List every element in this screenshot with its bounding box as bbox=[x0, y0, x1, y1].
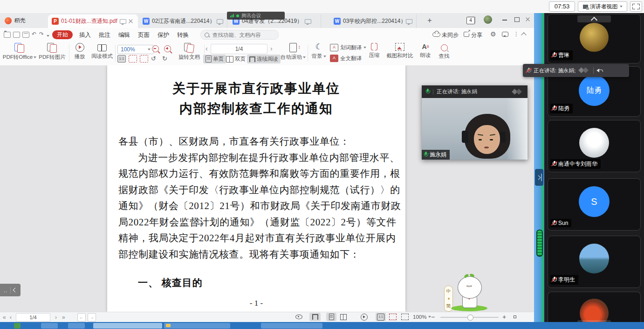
single-page-toggle[interactable] bbox=[326, 313, 336, 321]
rotate-doc-button[interactable]: 旋转文档 bbox=[176, 43, 202, 61]
fit-page-toggle[interactable] bbox=[400, 313, 410, 321]
search-box[interactable] bbox=[200, 30, 279, 40]
full-translate-button[interactable]: A 全文翻译 bbox=[330, 55, 362, 62]
taskbar-item[interactable] bbox=[14, 323, 21, 329]
play-button[interactable]: 播放 bbox=[71, 43, 89, 60]
meeting-indicator-pill[interactable]: 腾讯会议 bbox=[227, 12, 285, 20]
cloud-sync-icon[interactable] bbox=[432, 32, 440, 37]
taskbar-item[interactable] bbox=[68, 323, 85, 329]
next-page-icon[interactable]: › bbox=[270, 45, 273, 52]
eye-protect-button[interactable] bbox=[294, 313, 304, 321]
zoom-level[interactable]: 100% bbox=[413, 314, 431, 320]
participant-tile[interactable]: 曹琳 bbox=[548, 14, 641, 63]
actual-size-icon[interactable]: 1:1 bbox=[117, 55, 126, 63]
minimize-icon[interactable] bbox=[502, 20, 507, 21]
first-page-icon[interactable]: « bbox=[3, 314, 6, 321]
undo-icon[interactable]: ↶ bbox=[32, 31, 36, 37]
account-avatar[interactable] bbox=[484, 15, 492, 24]
home-tab[interactable]: 稻壳 bbox=[0, 13, 51, 28]
rotate-left-icon[interactable]: ↺ bbox=[151, 55, 156, 62]
zoom-out-icon[interactable] bbox=[152, 45, 159, 52]
tab-document-4[interactable]: W 03学校内部控...220414） bbox=[330, 14, 417, 28]
page-indicator[interactable]: 1/4 bbox=[16, 313, 50, 322]
continuous-read-button[interactable]: 连续阅读 bbox=[247, 55, 281, 63]
fullscreen-button[interactable] bbox=[630, 1, 642, 12]
fit-page-icon[interactable] bbox=[140, 55, 148, 63]
more-tools-icon[interactable] bbox=[47, 35, 49, 38]
continuous-read-toggle[interactable] bbox=[309, 313, 321, 321]
taskbar-item[interactable] bbox=[41, 323, 58, 329]
fit-width-icon[interactable] bbox=[129, 55, 137, 63]
screenshot-compare-button[interactable]: 截图和对比 bbox=[384, 43, 416, 59]
rotate-right-icon[interactable]: ↻ bbox=[162, 55, 167, 62]
collapse-strip-button[interactable] bbox=[577, 15, 611, 22]
participant-tile[interactable]: 南通中专刘雨华 bbox=[548, 120, 641, 172]
more-menu-icon[interactable]: ⋮ bbox=[514, 31, 519, 37]
participant-tile[interactable]: 李明生 bbox=[548, 236, 641, 288]
speaker-video-overlay[interactable]: 正在讲话: 施永娟 施永娟 bbox=[422, 85, 528, 160]
close-window-icon[interactable] bbox=[526, 17, 530, 22]
menu-edit[interactable]: 编辑 bbox=[118, 31, 130, 39]
menu-comment[interactable]: 批注 bbox=[99, 31, 110, 39]
zoom-combo[interactable]: 100% bbox=[117, 45, 154, 54]
windows-taskbar[interactable] bbox=[0, 322, 644, 329]
auto-scroll-button[interactable]: 自动滚动 bbox=[281, 43, 306, 61]
menu-protect[interactable]: 保护 bbox=[158, 31, 169, 39]
participant-tile[interactable]: S Sun bbox=[548, 178, 641, 231]
history-back-button[interactable]: ← bbox=[77, 313, 86, 322]
zoom-in-icon[interactable]: + bbox=[502, 313, 506, 321]
double-page-toggle[interactable] bbox=[338, 313, 349, 321]
single-page-button[interactable]: 单页 bbox=[203, 55, 226, 63]
play-toggle[interactable] bbox=[359, 313, 369, 321]
taskbar-item-active[interactable] bbox=[93, 323, 162, 329]
share-label[interactable]: 分享 bbox=[471, 31, 482, 39]
next-page-icon[interactable]: › bbox=[55, 314, 57, 321]
compress-button[interactable]: 压缩 bbox=[365, 43, 383, 59]
share-icon[interactable] bbox=[464, 32, 469, 37]
save-icon[interactable] bbox=[13, 32, 20, 38]
reply-arrow-icon[interactable] bbox=[596, 68, 603, 73]
actual-size-toggle[interactable]: 1:1 bbox=[376, 313, 386, 321]
prev-page-icon[interactable]: ‹ bbox=[10, 314, 12, 321]
tab-document-2[interactable]: W 02江苏省南通...220414） bbox=[139, 14, 227, 28]
close-tab-icon[interactable] bbox=[129, 19, 133, 24]
zoom-in-icon[interactable] bbox=[164, 45, 171, 52]
fullscreen-icon[interactable] bbox=[512, 314, 518, 320]
gear-icon[interactable]: ⚙ bbox=[490, 30, 496, 38]
pdf-to-office-button[interactable]: PDF转Office bbox=[2, 43, 37, 61]
search-input[interactable] bbox=[212, 32, 269, 38]
desktop-mascot[interactable]: •ω• bbox=[442, 276, 493, 314]
view-mode-button[interactable]: 演讲者视图 bbox=[578, 1, 627, 12]
zoom-out-icon[interactable]: − bbox=[431, 313, 435, 321]
taskbar-item[interactable] bbox=[261, 323, 322, 329]
tab-document-1[interactable]: P 01-01财政...查通知.pdf bbox=[48, 14, 138, 28]
new-tab-button[interactable]: + bbox=[425, 16, 434, 25]
sync-status-label[interactable]: 未同步 bbox=[442, 31, 459, 39]
feedback-icon[interactable] bbox=[502, 32, 508, 37]
prev-page-icon[interactable]: ‹ bbox=[206, 45, 208, 52]
fit-width-toggle[interactable] bbox=[388, 313, 398, 321]
pdf-to-image-button[interactable]: PDF转图片 bbox=[38, 43, 66, 61]
redo-icon[interactable]: ↷ bbox=[39, 31, 44, 37]
collapse-ribbon-icon[interactable] bbox=[521, 32, 526, 37]
page-indicator-input[interactable]: 1/4 bbox=[211, 44, 267, 54]
menu-start[interactable]: 开始 bbox=[52, 30, 73, 39]
print-icon[interactable] bbox=[22, 32, 29, 38]
read-mode-button[interactable]: 阅读模式 bbox=[89, 43, 115, 60]
expand-panel-handle[interactable] bbox=[535, 169, 543, 186]
find-button[interactable]: 查找 bbox=[435, 43, 453, 60]
taskbar-item[interactable] bbox=[164, 323, 230, 329]
maximize-icon[interactable] bbox=[514, 17, 520, 22]
zoom-slider-knob[interactable] bbox=[467, 315, 473, 321]
collapsed-panel-pill[interactable]: .. bbox=[0, 284, 21, 296]
read-aloud-button[interactable]: A⁾⁾ 朗读 bbox=[417, 43, 434, 59]
menu-insert[interactable]: 插入 bbox=[79, 31, 91, 39]
menu-convert[interactable]: 转换 bbox=[177, 31, 189, 39]
menu-page[interactable]: 页面 bbox=[138, 31, 150, 39]
tab-count-badge[interactable]: 4 bbox=[466, 17, 475, 24]
word-translate-button[interactable]: A 划词翻译 bbox=[330, 44, 366, 51]
background-button[interactable]: ☾ 背景 bbox=[309, 43, 328, 60]
zoom-slider[interactable] bbox=[440, 317, 499, 318]
last-page-icon[interactable]: » bbox=[62, 314, 65, 321]
history-forward-button[interactable]: → bbox=[88, 313, 96, 322]
